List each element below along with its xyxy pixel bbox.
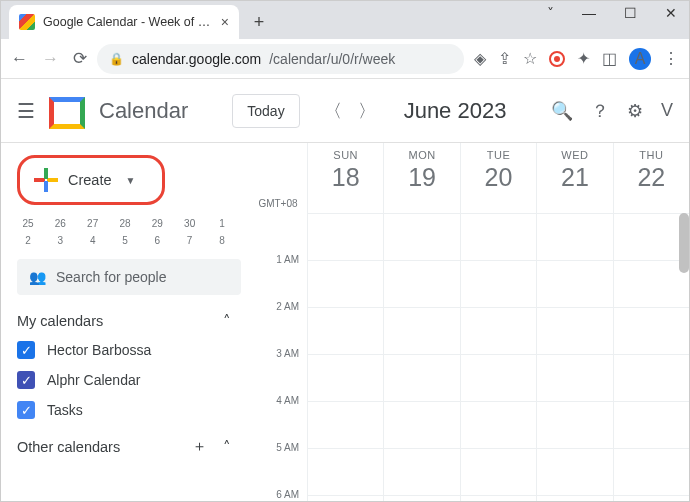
add-other-calendar-icon[interactable]: ＋ <box>192 437 207 456</box>
calendar-item[interactable]: ✓ Tasks <box>17 401 241 419</box>
time-slot[interactable] <box>307 308 383 354</box>
time-slot[interactable] <box>307 449 383 495</box>
time-slot[interactable] <box>460 308 536 354</box>
maximize-icon[interactable]: ☐ <box>624 5 637 21</box>
time-slot[interactable] <box>613 449 689 495</box>
time-slot[interactable] <box>307 496 383 502</box>
time-slot[interactable] <box>460 402 536 448</box>
time-slot[interactable] <box>307 214 383 260</box>
time-slot[interactable] <box>307 355 383 401</box>
time-slot[interactable] <box>460 214 536 260</box>
settings-gear-icon[interactable]: ⚙ <box>627 100 643 122</box>
bookmark-star-icon[interactable]: ☆ <box>523 49 537 68</box>
lock-icon: 🔒 <box>109 52 124 66</box>
collapse-icon[interactable]: ˄ <box>223 439 231 455</box>
tab-close-icon[interactable]: × <box>221 14 229 30</box>
day-header[interactable]: WED 21 <box>536 143 612 213</box>
address-bar[interactable]: 🔒 calendar.google.com/calendar/u/0/r/wee… <box>97 44 464 74</box>
main-menu-icon[interactable]: ☰ <box>17 99 35 123</box>
time-slot[interactable] <box>536 308 612 354</box>
day-header[interactable]: SUN 18 <box>307 143 383 213</box>
time-slot[interactable] <box>460 449 536 495</box>
day-header[interactable]: TUE 20 <box>460 143 536 213</box>
other-calendars-label: Other calendars <box>17 439 120 455</box>
view-switcher[interactable]: V <box>661 100 673 121</box>
time-slot[interactable] <box>536 261 612 307</box>
sidepanel-icon[interactable]: ◫ <box>602 49 617 68</box>
hour-row: 2 AM <box>249 307 689 354</box>
time-slot[interactable] <box>307 261 383 307</box>
time-slot[interactable] <box>613 261 689 307</box>
checkbox-icon[interactable]: ✓ <box>17 371 35 389</box>
hour-row: 1 AM <box>249 260 689 307</box>
prev-week-icon[interactable]: 〈 <box>324 99 342 123</box>
product-name: Calendar <box>99 98 188 124</box>
collapse-icon[interactable]: ˄ <box>223 313 231 329</box>
time-slot[interactable] <box>536 355 612 401</box>
next-week-icon[interactable]: 〉 <box>358 99 376 123</box>
timezone-label: GMT+08 <box>249 143 307 213</box>
chevron-down-icon[interactable]: ˅ <box>547 5 554 21</box>
time-slot[interactable] <box>613 355 689 401</box>
extensions-icon[interactable]: ✦ <box>577 49 590 68</box>
time-slot[interactable] <box>383 308 459 354</box>
create-button[interactable]: Create ▼ <box>24 162 158 198</box>
calendar-item[interactable]: ✓ Hector Barbossa <box>17 341 241 359</box>
mini-cal-row: 25 26 27 28 29 30 1 <box>17 215 241 232</box>
minimize-icon[interactable]: ― <box>582 5 596 21</box>
my-calendars-label: My calendars <box>17 313 103 329</box>
time-slot[interactable] <box>613 308 689 354</box>
time-slot[interactable] <box>383 402 459 448</box>
hour-label: 6 AM <box>249 489 307 502</box>
day-header[interactable]: THU 22 <box>613 143 689 213</box>
people-icon: 👥 <box>29 269 46 285</box>
browser-tab[interactable]: Google Calendar - Week of June × <box>9 5 239 39</box>
time-slot[interactable] <box>460 496 536 502</box>
checkbox-icon[interactable]: ✓ <box>17 401 35 419</box>
time-slot[interactable] <box>383 355 459 401</box>
back-icon[interactable]: ← <box>11 49 28 69</box>
create-label: Create <box>68 172 112 188</box>
hour-label: 2 AM <box>249 301 307 348</box>
hour-row: 5 AM <box>249 448 689 495</box>
time-slot[interactable] <box>460 261 536 307</box>
other-calendars-header[interactable]: Other calendars ＋ ˄ <box>17 437 241 456</box>
reload-icon[interactable]: ⟳ <box>73 48 87 69</box>
time-slot[interactable] <box>383 214 459 260</box>
new-tab-button[interactable]: + <box>245 8 273 36</box>
tab-title: Google Calendar - Week of June <box>43 15 213 29</box>
mini-calendar[interactable]: 25 26 27 28 29 30 1 2 3 4 5 6 7 8 <box>17 215 241 249</box>
time-slot[interactable] <box>460 355 536 401</box>
create-caret-icon: ▼ <box>126 175 136 186</box>
day-header[interactable]: MON 19 <box>383 143 459 213</box>
time-slot[interactable] <box>613 214 689 260</box>
time-slot[interactable] <box>383 261 459 307</box>
kebab-menu-icon[interactable]: ⋮ <box>663 49 679 68</box>
time-slot[interactable] <box>307 402 383 448</box>
time-slot[interactable] <box>613 496 689 502</box>
time-slot[interactable] <box>613 402 689 448</box>
time-slot[interactable] <box>536 214 612 260</box>
search-icon[interactable]: 🔍 <box>551 100 573 122</box>
calendar-item-label: Tasks <box>47 402 83 418</box>
time-slot[interactable] <box>536 496 612 502</box>
time-slot[interactable] <box>536 402 612 448</box>
share-icon[interactable]: ⇪ <box>498 49 511 68</box>
time-slot[interactable] <box>383 449 459 495</box>
scrollbar[interactable] <box>679 213 689 273</box>
calendar-item-label: Alphr Calendar <box>47 372 140 388</box>
calendar-item[interactable]: ✓ Alphr Calendar <box>17 371 241 389</box>
checkbox-icon[interactable]: ✓ <box>17 341 35 359</box>
search-people-input[interactable]: 👥 Search for people <box>17 259 241 295</box>
today-button[interactable]: Today <box>232 94 299 128</box>
eye-icon[interactable]: ◈ <box>474 49 486 68</box>
recorder-icon[interactable] <box>549 51 565 67</box>
help-icon[interactable]: ？ <box>591 99 609 123</box>
close-icon[interactable]: ✕ <box>665 5 677 21</box>
my-calendars-header[interactable]: My calendars ˄ <box>17 313 241 329</box>
calendar-grid[interactable]: GMT+08 SUN 18 MON 19 TUE 20 WED 21 THU 2… <box>249 143 689 502</box>
profile-avatar[interactable]: A <box>629 48 651 70</box>
time-slot[interactable] <box>536 449 612 495</box>
hour-label <box>249 207 307 254</box>
time-slot[interactable] <box>383 496 459 502</box>
